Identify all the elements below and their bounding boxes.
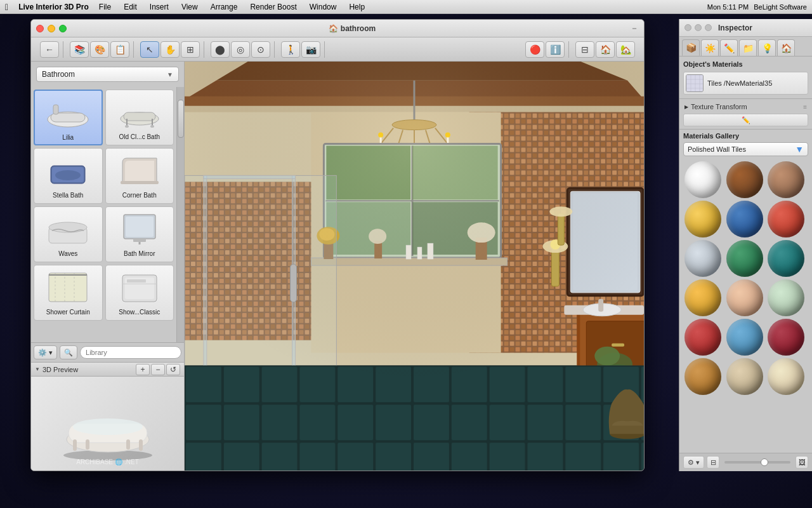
- swatch-peach[interactable]: [726, 279, 763, 316]
- swatch-red-terracotta[interactable]: [768, 201, 804, 237]
- info-button[interactable]: ℹ️: [546, 41, 565, 58]
- window-collapse[interactable]: －: [630, 23, 639, 34]
- minimize-button[interactable]: [48, 25, 55, 32]
- search-btn-icon[interactable]: 🔍: [60, 345, 77, 359]
- area-tool[interactable]: ◎: [231, 41, 250, 58]
- texture-menu[interactable]: ≡: [803, 104, 807, 110]
- menu-render-boost[interactable]: Render Boost: [247, 2, 299, 12]
- swatch-dark-wood[interactable]: [726, 161, 763, 198]
- room-tool[interactable]: ⬤: [211, 41, 230, 58]
- swatch-amber[interactable]: [684, 358, 721, 395]
- gallery-dropdown[interactable]: Polished Wall Tiles ▼: [683, 142, 808, 156]
- both-view[interactable]: 🏡: [616, 41, 635, 58]
- menu-help[interactable]: Help: [346, 2, 367, 12]
- item-waves[interactable]: Waves: [34, 206, 103, 262]
- search-input[interactable]: [80, 346, 181, 359]
- tab-home[interactable]: 🏠: [777, 39, 795, 56]
- tab-objects[interactable]: 📦: [682, 39, 700, 56]
- texture-pencil[interactable]: ✏️: [683, 114, 808, 126]
- gallery-slider[interactable]: [724, 461, 790, 464]
- pan-tool[interactable]: ✋: [160, 41, 180, 58]
- 3d-view[interactable]: 🏠: [596, 41, 615, 58]
- texture-header[interactable]: ▶ Texture Transform ≡: [683, 102, 808, 112]
- swatch-sky-blue[interactable]: [726, 319, 763, 356]
- objects-materials-section: Object's Materials Tiles /NewMaterial35: [679, 57, 812, 99]
- plan-view[interactable]: ⊟: [575, 41, 594, 58]
- swatch-crimson[interactable]: [684, 319, 721, 356]
- texture-section: ▶ Texture Transform ≡ ✏️: [679, 99, 812, 130]
- gallery-selected: Polished Wall Tiles: [688, 145, 746, 153]
- tab-edit[interactable]: ✏️: [720, 39, 738, 56]
- preview-toggle[interactable]: ▼: [35, 366, 40, 372]
- gallery-icon2[interactable]: 🖼: [796, 456, 808, 469]
- swatch-sage[interactable]: [768, 279, 804, 316]
- menu-brand: BeLight Software: [754, 3, 807, 11]
- show-classic-label: Show...Classic: [119, 309, 160, 316]
- gallery-icon1[interactable]: ⊟: [707, 456, 719, 469]
- bath-mirror-icon: [116, 210, 163, 248]
- svg-rect-19: [49, 273, 87, 302]
- wall-tool[interactable]: ⊞: [181, 41, 200, 58]
- item-lilia[interactable]: Lilia: [34, 90, 103, 145]
- back-button[interactable]: ←: [40, 41, 59, 58]
- materials-button[interactable]: 🎨: [90, 41, 109, 58]
- menu-edit[interactable]: Edit: [121, 2, 140, 12]
- item-bath-mirror[interactable]: Bath Mirror: [105, 206, 174, 262]
- slider-thumb[interactable]: [761, 458, 768, 466]
- inspector-minimize[interactable]: [695, 24, 702, 31]
- tab-folder[interactable]: 📁: [739, 39, 757, 56]
- apple-logo[interactable]: : [5, 2, 8, 12]
- items-scrollbar[interactable]: [176, 87, 184, 342]
- gallery-section: Materials Gallery Polished Wall Tiles ▼: [679, 130, 812, 453]
- settings-button[interactable]: ⚙️ ▾: [34, 345, 57, 359]
- viewport: [185, 62, 644, 471]
- svg-rect-4: [124, 112, 155, 121]
- action-group: 🚶 📷: [277, 41, 325, 58]
- menu-arrange[interactable]: Arrange: [208, 2, 240, 12]
- swatch-gold[interactable]: [684, 201, 721, 237]
- select-tool[interactable]: ↖: [140, 41, 159, 58]
- menu-file[interactable]: File: [96, 2, 114, 12]
- inspector-titlebar: Inspector: [679, 19, 812, 37]
- render-button[interactable]: 🔴: [525, 41, 544, 58]
- svg-point-7: [125, 125, 129, 128]
- item-show-classic[interactable]: Show...Classic: [105, 265, 174, 321]
- item-old-bath[interactable]: Old Cl...c Bath: [105, 90, 174, 145]
- item-stella[interactable]: Stella Bath: [34, 148, 103, 204]
- material-item[interactable]: Tiles /NewMaterial35: [683, 72, 808, 95]
- menu-window[interactable]: Window: [307, 2, 339, 12]
- item-shower-curtain[interactable]: Shower Curtain: [34, 265, 103, 321]
- library-button[interactable]: 📚: [70, 41, 89, 58]
- swatch-green[interactable]: [726, 240, 763, 277]
- swatch-tan[interactable]: [726, 358, 763, 395]
- swatch-dark-red[interactable]: [768, 319, 804, 356]
- add-material-btn[interactable]: ⚙ ▾: [683, 456, 704, 469]
- swatch-brown-wood[interactable]: [768, 161, 804, 198]
- swatch-white-marble[interactable]: [684, 161, 721, 198]
- tab-light[interactable]: ☀️: [701, 39, 719, 56]
- close-button[interactable]: [36, 25, 44, 32]
- swatch-cream[interactable]: [768, 358, 804, 395]
- zoom-out-btn[interactable]: −: [151, 364, 165, 375]
- svg-rect-33: [139, 439, 143, 451]
- scroll-thumb[interactable]: [178, 100, 184, 138]
- item-corner-bath[interactable]: Corner Bath: [105, 148, 174, 204]
- tab-bulb[interactable]: 💡: [758, 39, 776, 56]
- swatch-light-gray[interactable]: [684, 240, 721, 277]
- maximize-button[interactable]: [59, 25, 67, 32]
- menu-insert[interactable]: Insert: [147, 2, 171, 12]
- inspector-close[interactable]: [684, 24, 691, 31]
- inspector-maximize[interactable]: [705, 24, 712, 31]
- swatch-blue[interactable]: [726, 201, 763, 237]
- person-tool[interactable]: 🚶: [281, 41, 300, 58]
- zoom-in-btn[interactable]: +: [136, 364, 150, 375]
- category-dropdown[interactable]: Bathroom ▼: [36, 67, 179, 82]
- objects-button[interactable]: 📋: [110, 41, 129, 58]
- swatch-yellow-gold[interactable]: [684, 279, 721, 316]
- reset-view-btn[interactable]: ↺: [166, 364, 180, 375]
- swatch-teal[interactable]: [768, 240, 804, 277]
- items-scroll-container: Lilia: [31, 87, 184, 342]
- menu-view[interactable]: View: [179, 2, 200, 12]
- camera-tool[interactable]: 📷: [301, 41, 320, 58]
- measure-tool[interactable]: ⊙: [251, 41, 270, 58]
